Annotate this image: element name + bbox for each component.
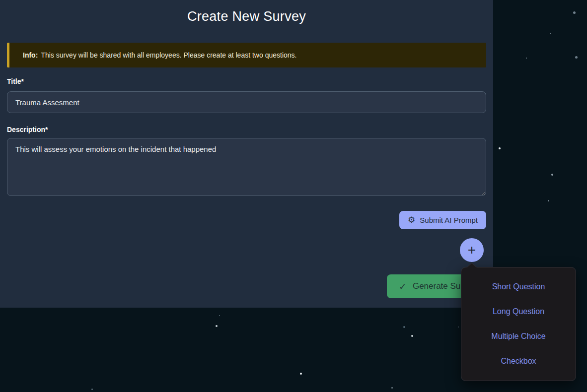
plus-icon: + [468, 242, 476, 258]
star-dot [458, 327, 459, 327]
star-dot [219, 315, 220, 316]
star-dot [551, 174, 553, 176]
create-survey-panel: Create New Survey Info: This survey will… [0, 0, 493, 308]
page-title: Create New Survey [7, 0, 486, 25]
create-survey-page: { "page": { "title": "Create New Survey"… [0, 0, 587, 392]
star-dot [550, 33, 551, 34]
gear-icon: ⚙ [408, 216, 415, 224]
star-dot [499, 147, 501, 149]
submit-ai-prompt-label: Submit AI Prompt [420, 216, 478, 224]
check-icon: ✓ [399, 281, 407, 292]
info-banner-label: Info: [23, 51, 38, 59]
question-type-menu: Short Question Long Question Multiple Ch… [461, 267, 576, 381]
menu-item-checkbox[interactable]: Checkbox [461, 349, 576, 374]
star-dot [411, 335, 413, 337]
star-dot [575, 56, 578, 59]
add-question-button[interactable]: + [460, 238, 484, 262]
title-input[interactable] [7, 91, 486, 113]
menu-item-short-question[interactable]: Short Question [461, 274, 576, 299]
star-dot [548, 200, 549, 201]
star-dot [391, 387, 393, 389]
menu-item-long-question[interactable]: Long Question [461, 299, 576, 324]
description-textarea[interactable]: This will assess your emotions on the in… [7, 138, 486, 196]
star-dot [91, 389, 93, 390]
info-banner: Info: This survey will be shared with al… [7, 43, 486, 67]
submit-ai-prompt-button[interactable]: ⚙ Submit AI Prompt [399, 211, 486, 229]
star-dot [526, 58, 527, 59]
menu-caret [466, 262, 477, 267]
star-dot [403, 326, 405, 328]
actions-row: ⚙ Submit AI Prompt [7, 211, 486, 229]
title-label: Title* [7, 77, 486, 86]
description-label: Description* [7, 126, 486, 134]
star-dot [216, 325, 218, 327]
menu-item-multiple-choice[interactable]: Multiple Choice [461, 324, 576, 349]
info-banner-text: This survey will be shared with all empl… [41, 51, 296, 59]
star-dot [300, 373, 302, 375]
star-dot [573, 11, 576, 14]
